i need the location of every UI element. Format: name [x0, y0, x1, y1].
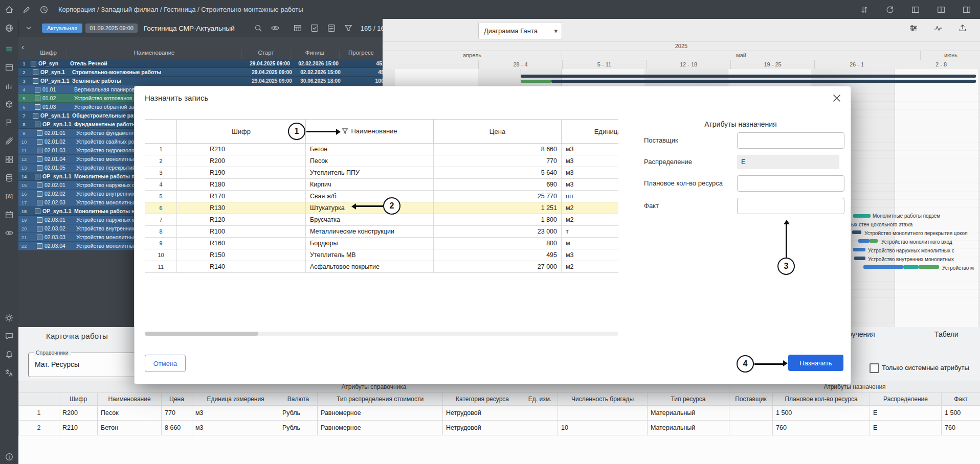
- activity-chart-icon[interactable]: [933, 23, 943, 33]
- row-checkbox[interactable]: [37, 191, 42, 197]
- history-clock-icon[interactable]: [39, 5, 49, 15]
- task-progress-bar[interactable]: [919, 265, 939, 269]
- resource-row[interactable]: 11R140Асфальтовое покрытие27 000м2: [145, 261, 619, 273]
- filter-icon[interactable]: [342, 128, 348, 136]
- database-icon[interactable]: [4, 173, 14, 183]
- resource-row[interactable]: 10R150Утеплитель МВ495м3: [145, 249, 619, 261]
- row-checkbox[interactable]: [37, 165, 42, 171]
- row-checkbox[interactable]: [37, 148, 42, 153]
- wbs-row[interactable]: 1OP_synОтель Речной29.04.2025 09:0002.02…: [18, 59, 383, 68]
- resource-row[interactable]: 6R130Штукатурка1 251м2: [145, 202, 619, 214]
- system-attributes-checkbox[interactable]: [870, 363, 879, 373]
- table-row[interactable]: 2R210Бетон8 660м3РубльРавномерноеНетрудо…: [19, 421, 980, 435]
- row-checkbox[interactable]: [37, 200, 42, 205]
- info-icon[interactable]: [4, 452, 14, 462]
- cancel-button[interactable]: Отмена: [145, 355, 186, 372]
- column-header[interactable]: Тип распределения стоимости: [318, 393, 443, 406]
- task-bar[interactable]: [852, 230, 861, 234]
- column-header[interactable]: Шифр: [59, 393, 98, 406]
- column-header[interactable]: Ед. изм.: [522, 393, 558, 406]
- task-bar[interactable]: [853, 214, 871, 218]
- tab-timesheets[interactable]: Табели: [934, 330, 959, 338]
- row-checkbox[interactable]: [33, 69, 38, 75]
- column-header[interactable]: Плановое кол-во ресурса: [773, 393, 870, 406]
- active-module-list-icon[interactable]: [4, 44, 14, 54]
- date-badge[interactable]: 01.09.2025 09:00: [85, 24, 138, 33]
- close-icon[interactable]: [831, 92, 842, 104]
- task-bar[interactable]: [854, 257, 865, 260]
- layout-split-icon[interactable]: [936, 5, 946, 15]
- column-header[interactable]: Факт: [942, 393, 980, 406]
- collapse-panel-icon[interactable]: ‹: [21, 42, 24, 51]
- table-columns-icon[interactable]: [293, 23, 303, 33]
- task-bar[interactable]: [858, 239, 870, 243]
- column-header-start[interactable]: Старт: [241, 50, 290, 59]
- resource-row[interactable]: 5R170Свая ж/б25 770шт: [145, 191, 619, 202]
- view-selector-dropdown[interactable]: Диаграмма Ганта ▾: [478, 22, 562, 39]
- chat-icon[interactable]: [4, 331, 14, 341]
- calendar-icon[interactable]: [4, 210, 14, 220]
- task-bar[interactable]: [853, 248, 865, 251]
- row-checkbox[interactable]: [37, 182, 42, 188]
- column-header[interactable]: Наименование: [98, 393, 162, 406]
- theme-brightness-icon[interactable]: [4, 313, 14, 323]
- column-header-unit[interactable]: Единица измерения: [562, 120, 619, 144]
- flag-icon[interactable]: [4, 118, 14, 128]
- row-checkbox[interactable]: [35, 208, 40, 214]
- globe-icon[interactable]: [4, 23, 14, 33]
- task-progress-bar[interactable]: [870, 239, 878, 243]
- attribute-a-icon[interactable]: [A]: [4, 191, 14, 201]
- resource-row[interactable]: 7R120Брусчатка1 800м2: [145, 214, 619, 226]
- table-row[interactable]: 1R200Песок770м3РубльРавномерноеНетрудово…: [19, 406, 980, 421]
- resource-row[interactable]: 9R160Бордюры800м: [145, 238, 619, 249]
- sliders-icon[interactable]: [908, 23, 919, 33]
- hatch-lines-icon[interactable]: [4, 136, 14, 146]
- visibility-eye-icon[interactable]: [270, 23, 280, 33]
- wbs-row[interactable]: 3OP_syn.1.1.1Земляные работы29.04.2025 0…: [18, 77, 383, 85]
- column-header[interactable]: Цена: [162, 393, 192, 406]
- row-checkbox[interactable]: [37, 217, 42, 223]
- version-badge[interactable]: Актуальная: [42, 24, 82, 33]
- task-bar[interactable]: [903, 265, 919, 269]
- summary-progress-bar[interactable]: [521, 80, 551, 83]
- row-checkbox[interactable]: [35, 122, 40, 127]
- filter-icon[interactable]: [343, 23, 353, 33]
- grid-icon[interactable]: [4, 154, 14, 165]
- column-header[interactable]: Валюта: [279, 393, 318, 406]
- column-header[interactable]: Тип ресурса: [648, 393, 729, 406]
- board-icon[interactable]: [4, 62, 14, 73]
- edit-pencil-icon[interactable]: [21, 5, 32, 15]
- export-icon[interactable]: [957, 23, 968, 33]
- layout-right-icon[interactable]: [962, 5, 972, 15]
- row-checkbox[interactable]: [37, 226, 42, 231]
- row-checkbox[interactable]: [35, 174, 40, 179]
- field-input[interactable]: [737, 132, 844, 149]
- chevron-down-icon[interactable]: [24, 23, 34, 33]
- row-checkbox[interactable]: [37, 235, 42, 240]
- home-icon[interactable]: [4, 5, 14, 15]
- column-header-code[interactable]: Шифр: [177, 120, 306, 144]
- scrollbar-thumb[interactable]: [145, 332, 258, 336]
- column-header-finish[interactable]: Финиш: [290, 50, 339, 59]
- column-header-price[interactable]: Цена: [434, 120, 562, 144]
- column-header-code[interactable]: Шифр: [30, 50, 67, 59]
- resource-row[interactable]: 1R210Бетон8 660м3: [145, 144, 619, 155]
- field-input[interactable]: [737, 198, 844, 214]
- row-checkbox[interactable]: [37, 243, 42, 249]
- resource-row[interactable]: 8R100Металлические конструкции23 000т: [145, 226, 619, 238]
- column-header-progress[interactable]: Прогресс: [339, 50, 383, 59]
- row-checkbox[interactable]: [31, 61, 36, 66]
- layout-left-icon[interactable]: [910, 5, 921, 15]
- column-header[interactable]: Распределение: [870, 393, 942, 406]
- horizontal-scrollbar[interactable]: [145, 332, 618, 336]
- resource-row[interactable]: 3R190Утеплитель ППУ5 640м3: [145, 167, 619, 179]
- row-checkbox[interactable]: [35, 96, 40, 101]
- bell-icon[interactable]: [4, 350, 14, 360]
- search-icon[interactable]: [253, 23, 263, 33]
- task-bar[interactable]: [863, 265, 903, 269]
- row-checkbox[interactable]: [35, 104, 40, 110]
- field-input[interactable]: [737, 175, 844, 192]
- refresh-icon[interactable]: [885, 5, 895, 15]
- row-checkbox[interactable]: [37, 139, 42, 145]
- summary-task-bar[interactable]: [521, 75, 976, 78]
